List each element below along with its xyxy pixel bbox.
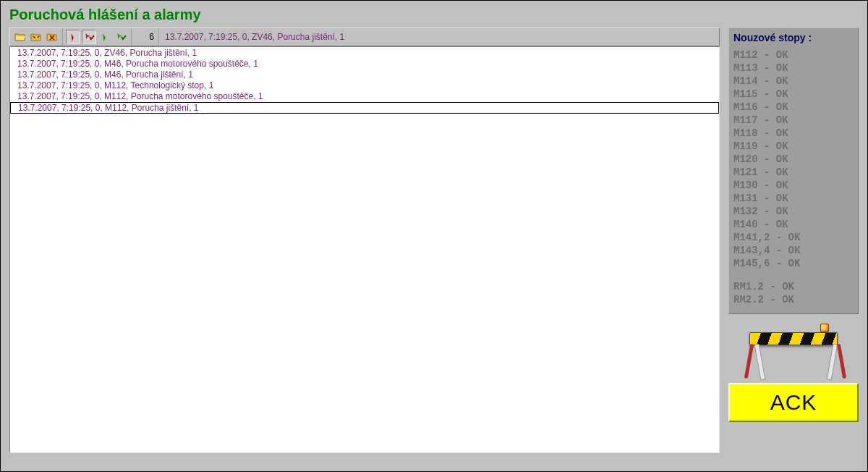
stop-item: M118 - OK [733, 127, 854, 140]
folder-archive-icon[interactable] [29, 30, 43, 44]
alarm-row[interactable]: 13.7.2007, 7:19:25, 0, M46, Porucha jišt… [10, 69, 719, 80]
alarm-list[interactable]: 13.7.2007, 7:19:25, 0, ZV46, Porucha jiš… [9, 46, 720, 453]
stop-item: M143,4 - OK [733, 244, 854, 257]
toolbar: 6 13.7.2007, 7:19:25, 0, ZV46, Porucha j… [9, 28, 720, 46]
stop-item: M117 - OK [733, 114, 854, 127]
folder-cancel-icon[interactable] [45, 30, 59, 44]
emergency-stops-panel: Nouzové stopy : M112 - OKM113 - OKM114 -… [728, 28, 859, 314]
stop-item: M130 - OK [733, 179, 854, 192]
alarm-row[interactable]: 13.7.2007, 7:19:25, 0, ZV46, Porucha jiš… [10, 48, 719, 59]
stop-item: M145,6 - OK [733, 257, 854, 270]
toolbar-status-text: 13.7.2007, 7:19:25, 0, ZV46, Porucha jiš… [159, 28, 719, 46]
alarm-row[interactable]: 13.7.2007, 7:19:25, 0, M112, Porucha jiš… [10, 102, 719, 114]
barrier-image [728, 314, 859, 383]
stop-item: M132 - OK [733, 205, 854, 218]
pin-green-check-icon[interactable] [114, 30, 128, 44]
alarm-count: 6 [132, 28, 159, 46]
alarm-row[interactable]: 13.7.2007, 7:19:25, 0, M46, Porucha moto… [10, 59, 719, 69]
stop-item: M115 - OK [733, 88, 854, 101]
stop-item: M120 - OK [733, 153, 854, 166]
page-title: Poruchová hlášení a alarmy [1, 1, 867, 28]
stop-item: M112 - OK [733, 49, 854, 62]
alarm-row[interactable]: 13.7.2007, 7:19:25, 0, M112, Porucha mot… [10, 91, 719, 102]
pin-red-icon[interactable] [66, 30, 80, 44]
stop-item: RM1.2 - OK [733, 280, 854, 293]
emergency-stops-title: Nouzové stopy : [733, 31, 854, 44]
stop-item: M113 - OK [733, 62, 854, 75]
folder-open-icon[interactable] [13, 30, 27, 44]
alarm-row[interactable]: 13.7.2007, 7:19:25, 0, M112, Technologic… [10, 80, 719, 91]
ack-button[interactable]: ACK [728, 383, 859, 422]
stop-item: M116 - OK [733, 101, 854, 114]
stop-item: M119 - OK [733, 140, 854, 153]
stop-item: RM2.2 - OK [733, 293, 854, 306]
stop-item: M121 - OK [733, 166, 854, 179]
stop-item: M140 - OK [733, 218, 854, 231]
stop-item: M114 - OK [733, 75, 854, 88]
pin-red-check-icon[interactable] [82, 30, 96, 44]
stop-item: M141,2 - OK [733, 231, 854, 244]
pin-green-icon[interactable] [98, 30, 112, 44]
stop-item: M131 - OK [733, 192, 854, 205]
